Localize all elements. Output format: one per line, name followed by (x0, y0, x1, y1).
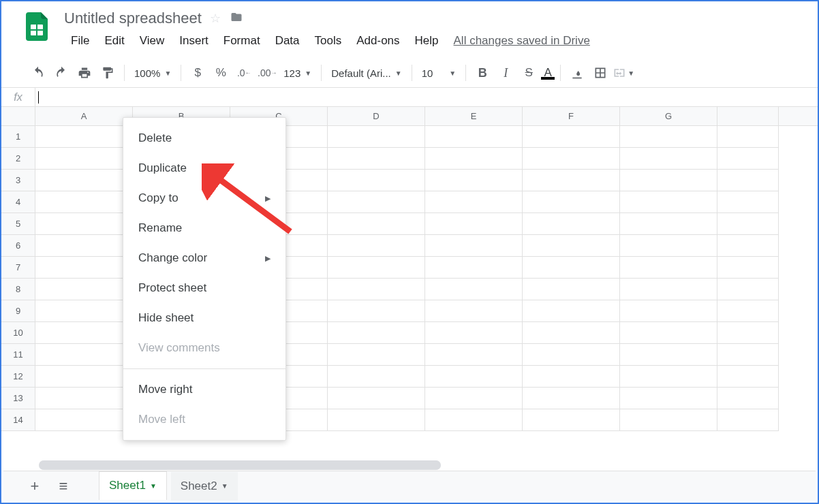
percent-button[interactable]: % (210, 63, 232, 83)
cell[interactable] (35, 366, 133, 388)
cell[interactable] (425, 191, 523, 213)
cell[interactable] (523, 126, 620, 148)
cell[interactable] (717, 257, 779, 279)
cell[interactable] (523, 148, 620, 170)
ctx-protect-sheet[interactable]: Protect sheet (123, 273, 285, 303)
cell[interactable] (328, 279, 425, 300)
cell[interactable] (328, 366, 425, 388)
cell[interactable] (35, 148, 133, 170)
row-header[interactable]: 9 (1, 300, 35, 322)
cell[interactable] (425, 257, 523, 279)
cell[interactable] (523, 235, 620, 257)
currency-button[interactable]: $ (187, 63, 208, 83)
cell[interactable] (717, 366, 779, 388)
all-sheets-button[interactable]: ≡ (51, 474, 76, 499)
cell[interactable] (620, 409, 717, 431)
row-header[interactable]: 11 (1, 344, 35, 366)
cell[interactable] (717, 300, 779, 322)
cell[interactable] (620, 300, 717, 322)
cell[interactable] (620, 191, 717, 213)
row-header[interactable]: 2 (1, 148, 35, 170)
print-button[interactable] (74, 63, 95, 83)
cell[interactable] (425, 170, 523, 191)
horizontal-scrollbar[interactable] (39, 460, 441, 470)
cell[interactable] (425, 344, 523, 366)
cell[interactable] (328, 191, 425, 213)
col-header-g[interactable]: G (620, 107, 717, 125)
select-all-corner[interactable] (1, 107, 35, 125)
cell[interactable] (328, 409, 425, 431)
menu-help[interactable]: Help (408, 30, 446, 52)
cell[interactable] (523, 257, 620, 279)
undo-button[interactable] (27, 63, 49, 83)
cell[interactable] (35, 235, 133, 257)
row-header[interactable]: 8 (1, 279, 35, 300)
row-header[interactable]: 10 (1, 322, 35, 344)
cell[interactable] (35, 388, 133, 409)
cell[interactable] (620, 366, 717, 388)
row-header[interactable]: 3 (1, 170, 35, 191)
cell[interactable] (523, 322, 620, 344)
cell[interactable] (717, 409, 779, 431)
increase-decimal-button[interactable]: .00→ (256, 63, 278, 83)
row-header[interactable]: 14 (1, 409, 35, 431)
ctx-hide-sheet[interactable]: Hide sheet (123, 303, 285, 333)
cell[interactable] (620, 170, 717, 191)
cell[interactable] (620, 148, 717, 170)
col-header-next[interactable] (717, 107, 779, 125)
cell[interactable] (620, 126, 717, 148)
star-icon[interactable]: ☆ (210, 11, 221, 26)
cell[interactable] (35, 322, 133, 344)
text-color-button[interactable]: A (541, 66, 555, 80)
cell[interactable] (523, 366, 620, 388)
ctx-change-color[interactable]: Change color▶ (123, 243, 285, 273)
cell[interactable] (523, 409, 620, 431)
row-header[interactable]: 13 (1, 388, 35, 409)
cell[interactable] (717, 148, 779, 170)
decrease-decimal-button[interactable]: .0← (233, 63, 255, 83)
cell[interactable] (328, 235, 425, 257)
number-format-select[interactable]: 123▼ (279, 65, 315, 82)
cell[interactable] (717, 191, 779, 213)
menu-edit[interactable]: Edit (97, 30, 131, 52)
cell[interactable] (425, 213, 523, 235)
cell[interactable] (425, 366, 523, 388)
col-header-d[interactable]: D (328, 107, 425, 125)
menu-file[interactable]: File (64, 30, 96, 52)
cell[interactable] (717, 213, 779, 235)
cell[interactable] (425, 279, 523, 300)
font-size-select[interactable]: 10▼ (418, 65, 461, 82)
cell[interactable] (35, 257, 133, 279)
cell[interactable] (328, 148, 425, 170)
italic-button[interactable]: I (495, 63, 516, 83)
col-header-a[interactable]: A (35, 107, 133, 125)
ctx-delete[interactable]: Delete (123, 123, 285, 153)
row-header[interactable]: 5 (1, 213, 35, 235)
cell[interactable] (425, 148, 523, 170)
cell[interactable] (425, 300, 523, 322)
cell[interactable] (35, 344, 133, 366)
cell[interactable] (425, 409, 523, 431)
row-header[interactable]: 12 (1, 366, 35, 388)
menu-format[interactable]: Format (217, 30, 267, 52)
ctx-copy-to[interactable]: Copy to▶ (123, 183, 285, 213)
ctx-rename[interactable]: Rename (123, 213, 285, 243)
cell[interactable] (328, 300, 425, 322)
cell[interactable] (620, 213, 717, 235)
cell[interactable] (35, 170, 133, 191)
menu-view[interactable]: View (133, 30, 172, 52)
cell[interactable] (35, 279, 133, 300)
col-header-f[interactable]: F (523, 107, 620, 125)
cell[interactable] (523, 300, 620, 322)
paint-format-button[interactable] (97, 63, 119, 83)
menu-data[interactable]: Data (268, 30, 307, 52)
cell[interactable] (717, 344, 779, 366)
cell[interactable] (328, 388, 425, 409)
document-title[interactable]: Untitled spreadsheet (64, 10, 202, 27)
cell[interactable] (717, 235, 779, 257)
cell[interactable] (328, 170, 425, 191)
saved-in-drive-link[interactable]: All changes saved in Drive (454, 34, 590, 48)
folder-icon[interactable] (229, 11, 244, 27)
row-header[interactable]: 4 (1, 191, 35, 213)
cell[interactable] (717, 279, 779, 300)
